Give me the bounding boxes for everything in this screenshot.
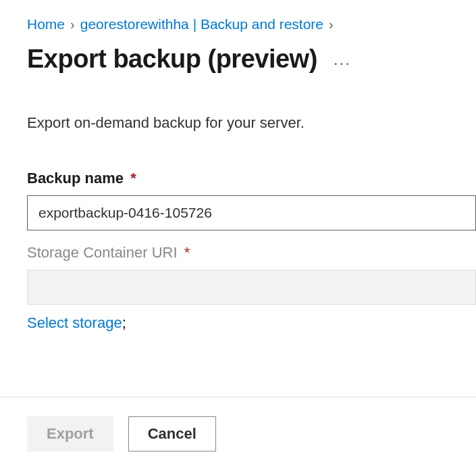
cancel-button[interactable]: Cancel	[128, 416, 216, 451]
footer-actions: Export Cancel	[0, 397, 476, 451]
export-button: Export	[27, 416, 113, 451]
more-actions-icon[interactable]: ···	[334, 53, 351, 72]
required-indicator: *	[130, 170, 136, 187]
backup-name-input[interactable]	[27, 195, 476, 230]
storage-uri-input	[27, 270, 476, 305]
storage-uri-field: Storage Container URI * Select storage;	[27, 244, 476, 332]
page-description: Export on-demand backup for your server.	[27, 114, 476, 132]
backup-name-field: Backup name *	[27, 170, 476, 230]
chevron-right-icon: ›	[329, 17, 334, 32]
select-storage-suffix: ;	[122, 314, 126, 331]
storage-uri-label: Storage Container URI *	[27, 244, 476, 262]
breadcrumb: Home › georestorewithha | Backup and res…	[27, 16, 476, 32]
backup-name-label: Backup name *	[27, 170, 476, 187]
page-title: Export backup (preview)	[27, 45, 317, 74]
select-storage-link[interactable]: Select storage	[27, 314, 122, 331]
chevron-right-icon: ›	[70, 17, 75, 32]
select-storage-row: Select storage;	[27, 314, 476, 332]
required-indicator: *	[184, 244, 190, 261]
breadcrumb-home[interactable]: Home	[27, 16, 65, 32]
breadcrumb-resource[interactable]: georestorewithha | Backup and restore	[80, 16, 323, 32]
